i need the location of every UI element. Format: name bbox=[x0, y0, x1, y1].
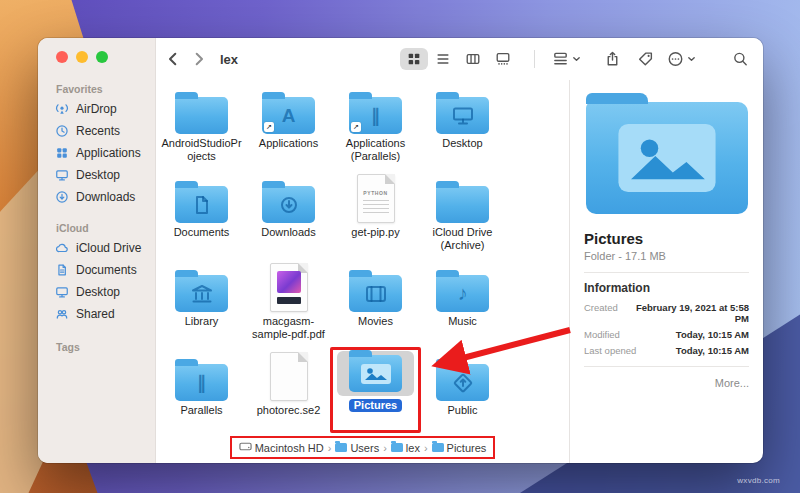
view-icon-grid[interactable] bbox=[400, 48, 428, 70]
file-label: Applications bbox=[259, 137, 318, 150]
path-label: Macintosh HD bbox=[255, 442, 324, 454]
search-icon[interactable] bbox=[732, 51, 749, 68]
zoom-button[interactable] bbox=[96, 51, 108, 63]
file-item[interactable]: Movies bbox=[332, 262, 419, 351]
file-label: iCloud Drive (Archive) bbox=[421, 226, 505, 252]
preview-row-created: Created February 19, 2021 at 5:58 PM bbox=[584, 302, 749, 324]
file-item[interactable]: Downloads bbox=[245, 173, 332, 262]
tag-icon[interactable] bbox=[637, 51, 654, 68]
file-item[interactable]: Public bbox=[419, 351, 506, 440]
toolbar: lex bbox=[156, 38, 763, 80]
file-item[interactable]: Library bbox=[158, 262, 245, 351]
sidebar-item-desktop-icloud[interactable]: Desktop bbox=[44, 281, 149, 303]
cloud-icon bbox=[54, 241, 69, 255]
public-folder-icon bbox=[436, 364, 489, 401]
path-separator: › bbox=[328, 442, 332, 454]
file-label: Documents bbox=[174, 226, 230, 239]
view-icon-gallery[interactable] bbox=[488, 48, 518, 70]
view-icon-list[interactable] bbox=[428, 48, 458, 70]
mini-folder-icon bbox=[432, 443, 444, 452]
path-segment-disk[interactable]: Macintosh HD bbox=[239, 440, 324, 455]
window-controls bbox=[38, 51, 155, 63]
file-item[interactable]: photorec.se2 bbox=[245, 351, 332, 440]
sidebar-item-label: Recents bbox=[76, 124, 120, 138]
file-item[interactable]: PYTHON get-pip.py bbox=[332, 173, 419, 262]
sidebar-item-airdrop[interactable]: AirDrop bbox=[44, 98, 149, 120]
path-segment-lex[interactable]: lex bbox=[391, 442, 420, 454]
annotation-red-box bbox=[330, 347, 421, 433]
sidebar-item-label: Shared bbox=[76, 307, 115, 321]
preview-title: Pictures bbox=[584, 230, 749, 247]
sidebar-item-applications[interactable]: Applications bbox=[44, 142, 149, 164]
divider bbox=[584, 272, 749, 273]
preview-row-modified: Modified Today, 10:15 AM bbox=[584, 329, 749, 340]
path-label: Users bbox=[350, 442, 379, 454]
applications-folder-icon bbox=[262, 97, 315, 134]
file-label: Desktop bbox=[442, 137, 482, 150]
desktop-glyph bbox=[436, 97, 489, 134]
share-icon[interactable] bbox=[604, 51, 621, 68]
watermark: wxvdb.com bbox=[737, 476, 780, 485]
group-button[interactable] bbox=[552, 51, 581, 68]
forward-button[interactable] bbox=[190, 50, 208, 68]
music-folder-icon bbox=[436, 275, 489, 312]
more-link[interactable]: More... bbox=[584, 377, 749, 389]
folder-icon bbox=[436, 186, 489, 223]
pdf-preview-art bbox=[277, 271, 301, 293]
file-item[interactable]: Applications (Parallels) bbox=[332, 84, 419, 173]
preview-pane: Pictures Folder - 17.1 MB Information Cr… bbox=[569, 80, 763, 463]
file-label: Movies bbox=[358, 315, 393, 328]
file-item[interactable]: Desktop bbox=[419, 84, 506, 173]
path-segment-pictures[interactable]: Pictures bbox=[432, 442, 487, 454]
sidebar-item-label: Applications bbox=[76, 146, 141, 160]
file-item[interactable]: AndroidStudioProjects bbox=[158, 84, 245, 173]
sidebar-item-desktop[interactable]: Desktop bbox=[44, 164, 149, 186]
mini-folder-icon bbox=[391, 443, 403, 452]
file-grid-area: AndroidStudioProjects Applications bbox=[156, 80, 569, 463]
file-item[interactable]: Applications bbox=[245, 84, 332, 173]
path-segment-users[interactable]: Users bbox=[335, 442, 379, 454]
sidebar-item-downloads[interactable]: Downloads bbox=[44, 186, 149, 208]
row-value: February 19, 2021 at 5:58 PM bbox=[624, 302, 749, 324]
downloads-glyph bbox=[262, 186, 315, 223]
preview-row-last-opened: Last opened Today, 10:15 AM bbox=[584, 345, 749, 356]
file-item[interactable]: Documents bbox=[158, 173, 245, 262]
sidebar-item-recents[interactable]: Recents bbox=[44, 120, 149, 142]
file-item[interactable]: iCloud Drive (Archive) bbox=[419, 173, 506, 262]
row-value: Today, 10:15 AM bbox=[676, 345, 749, 356]
desktop-background: Favorites AirDrop Recents bbox=[0, 0, 800, 493]
file-label: photorec.se2 bbox=[257, 404, 321, 417]
alias-badge bbox=[264, 122, 274, 132]
python-file-icon: PYTHON bbox=[357, 174, 395, 223]
sidebar-section-tags: Tags bbox=[38, 341, 155, 356]
more-actions-button[interactable] bbox=[667, 51, 696, 68]
file-item[interactable]: Parallels bbox=[158, 351, 245, 440]
parallels-folder-icon bbox=[349, 97, 402, 134]
mini-folder-icon bbox=[335, 443, 347, 452]
folder-icon bbox=[175, 97, 228, 134]
back-button[interactable] bbox=[164, 50, 182, 68]
divider bbox=[584, 366, 749, 367]
file-label: Public bbox=[448, 404, 478, 417]
sidebar-item-label: iCloud Drive bbox=[76, 241, 141, 255]
file-item[interactable]: Music bbox=[419, 262, 506, 351]
file-item[interactable]: macgasm-sample-pdf.pdf bbox=[245, 262, 332, 351]
main-area: lex bbox=[156, 38, 763, 463]
alias-badge bbox=[351, 122, 361, 132]
close-button[interactable] bbox=[56, 51, 68, 63]
sidebar-item-documents[interactable]: Documents bbox=[44, 259, 149, 281]
view-icon-columns[interactable] bbox=[458, 48, 488, 70]
sidebar-item-icloud-drive[interactable]: iCloud Drive bbox=[44, 237, 149, 259]
file-item-pictures[interactable]: Pictures bbox=[332, 351, 419, 440]
minimize-button[interactable] bbox=[76, 51, 88, 63]
file-label: get-pip.py bbox=[351, 226, 399, 239]
toolbar-divider bbox=[534, 50, 535, 68]
desktop-icon bbox=[54, 168, 69, 182]
parallels-folder-icon bbox=[175, 364, 228, 401]
library-glyph bbox=[175, 275, 228, 312]
sidebar-item-shared[interactable]: Shared bbox=[44, 303, 149, 325]
movies-glyph bbox=[349, 275, 402, 312]
public-glyph bbox=[436, 364, 489, 401]
pdf-preview-strip bbox=[277, 297, 301, 304]
preview-pictures-glyph bbox=[586, 102, 748, 214]
